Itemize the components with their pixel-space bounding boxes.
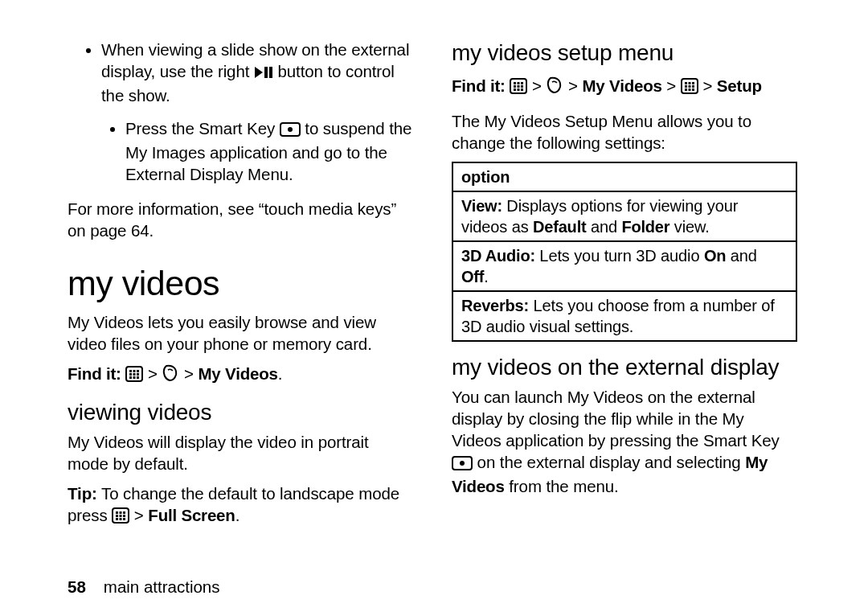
text: on the external display and selecting <box>477 453 746 471</box>
separator: > <box>532 76 546 95</box>
text: view. <box>669 218 709 236</box>
h2-external-display: my videos on the external display <box>452 353 797 383</box>
svg-rect-13 <box>137 376 139 379</box>
find-it-label: Find it: <box>452 76 506 95</box>
text: You can launch My Videos on the external… <box>452 388 780 450</box>
svg-rect-10 <box>137 373 139 376</box>
list-item: Press the Smart Key to suspend the My Im… <box>125 117 413 185</box>
svg-rect-0 <box>264 67 268 78</box>
menu-grid-icon <box>125 365 143 387</box>
bold: Folder <box>621 218 669 236</box>
separator: > <box>666 76 680 95</box>
svg-rect-17 <box>123 511 125 514</box>
menu-grid-icon <box>681 77 698 99</box>
svg-rect-8 <box>129 373 132 376</box>
svg-rect-18 <box>116 515 118 517</box>
text: Press the Smart Key <box>125 119 280 138</box>
find-it-myvideos: My Videos <box>582 76 661 95</box>
paragraph: My Videos lets you easily browse and vie… <box>68 311 413 355</box>
list-item: When viewing a slide show on the externa… <box>101 39 413 185</box>
paragraph: The My Videos Setup Menu allows you to c… <box>452 110 797 154</box>
footer-section: main attractions <box>104 577 220 597</box>
svg-rect-12 <box>133 376 136 379</box>
page-footer: 58 main attractions <box>68 569 823 616</box>
svg-rect-43 <box>692 88 694 91</box>
text: Lets you turn 3D audio <box>535 247 704 265</box>
svg-rect-9 <box>133 373 136 376</box>
find-it-target: My Videos <box>198 364 277 383</box>
table-row: Reverbs: Lets you choose from a number o… <box>452 291 796 341</box>
svg-rect-37 <box>692 82 694 84</box>
svg-rect-28 <box>514 85 516 88</box>
multimedia-icon <box>162 364 179 387</box>
two-columns: When viewing a slide show on the externa… <box>68 39 823 569</box>
bold: Off <box>461 268 484 285</box>
svg-rect-40 <box>692 85 694 88</box>
separator: > <box>129 506 148 524</box>
right-column: my videos setup menu Find it: > > My Vid… <box>452 39 797 569</box>
find-it-label: Find it: <box>68 364 121 383</box>
svg-point-45 <box>460 461 465 466</box>
text: and <box>726 247 757 265</box>
bold: On <box>704 247 726 265</box>
bold: Default <box>533 218 586 236</box>
manual-page: When viewing a slide show on the externa… <box>0 0 868 616</box>
tip-label: Tip: <box>68 484 97 503</box>
find-it-setup: Setup <box>717 76 762 95</box>
h1-my-videos: my videos <box>68 261 413 306</box>
svg-rect-20 <box>123 515 125 517</box>
row-label: View: <box>461 197 502 215</box>
paragraph: You can launch My Videos on the external… <box>452 386 797 497</box>
row-label: Reverbs: <box>461 297 529 314</box>
svg-point-3 <box>288 127 293 132</box>
text: from the menu. <box>505 477 619 495</box>
svg-rect-5 <box>129 370 132 372</box>
find-it-line: Find it: > > My Videos > > Setup <box>452 75 797 99</box>
svg-rect-16 <box>120 511 122 514</box>
period: . <box>484 268 488 285</box>
svg-rect-32 <box>518 88 520 91</box>
separator: > <box>148 364 162 383</box>
svg-rect-6 <box>133 370 136 372</box>
svg-rect-25 <box>514 82 516 84</box>
menu-grid-icon <box>510 77 527 99</box>
svg-rect-30 <box>521 85 523 88</box>
nested-list: Press the Smart Key to suspend the My Im… <box>101 117 413 185</box>
text: and <box>586 218 621 236</box>
svg-rect-21 <box>116 518 118 520</box>
separator: > <box>702 76 716 95</box>
table-row: 3D Audio: Lets you turn 3D audio On and … <box>452 241 796 291</box>
play-pause-icon <box>254 63 273 84</box>
svg-rect-36 <box>688 82 690 84</box>
svg-rect-22 <box>120 518 122 520</box>
svg-rect-33 <box>521 88 523 91</box>
svg-rect-41 <box>685 88 687 91</box>
paragraph: For more information, see “touch media k… <box>68 198 413 241</box>
smart-key-icon <box>452 454 473 475</box>
svg-rect-35 <box>685 82 687 84</box>
bullet-list: When viewing a slide show on the externa… <box>68 39 413 185</box>
svg-rect-38 <box>685 85 687 88</box>
row-label: 3D Audio: <box>461 247 535 265</box>
svg-rect-15 <box>116 511 118 514</box>
paragraph: My Videos will display the video in port… <box>68 431 413 474</box>
table-header: option <box>452 162 796 191</box>
smart-key-icon <box>280 120 301 142</box>
page-number: 58 <box>68 577 86 597</box>
table-row: View: Displays options for viewing your … <box>452 191 796 241</box>
svg-rect-42 <box>688 88 690 91</box>
h2-setup-menu: my videos setup menu <box>452 39 797 68</box>
option-table: option View: Displays options for viewin… <box>452 162 797 342</box>
separator: > <box>568 76 582 95</box>
multimedia-icon <box>546 76 563 99</box>
left-column: When viewing a slide show on the externa… <box>68 39 413 569</box>
svg-rect-31 <box>514 88 516 91</box>
svg-rect-26 <box>518 82 520 84</box>
menu-grid-icon <box>112 507 129 528</box>
svg-rect-19 <box>120 515 122 517</box>
full-screen: Full Screen <box>148 506 235 524</box>
separator: > <box>184 364 198 383</box>
svg-rect-23 <box>123 518 125 520</box>
svg-rect-39 <box>688 85 690 88</box>
h2-viewing-videos: viewing videos <box>68 398 413 428</box>
